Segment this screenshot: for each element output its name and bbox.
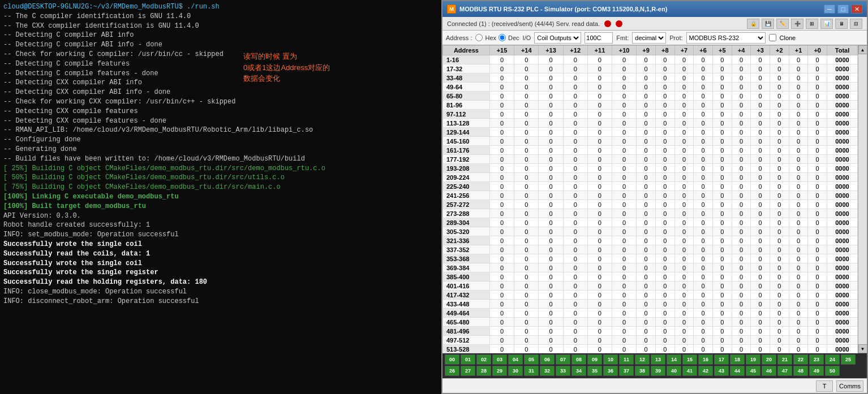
cell-total[interactable]: 0000 xyxy=(827,101,858,110)
register-button[interactable]: 44 xyxy=(730,366,745,376)
cell-value[interactable]: 0 xyxy=(637,318,656,327)
cell-total[interactable]: 0000 xyxy=(827,282,858,291)
cell-value[interactable]: 0 xyxy=(587,137,612,146)
cell-value[interactable]: 0 xyxy=(789,245,808,254)
cell-value[interactable]: 0 xyxy=(563,318,587,327)
register-button[interactable]: 30 xyxy=(508,366,523,376)
cell-value[interactable]: 0 xyxy=(655,101,674,110)
cell-value[interactable]: 0 xyxy=(612,291,637,300)
cell-value[interactable]: 0 xyxy=(808,64,827,73)
cell-value[interactable]: 0 xyxy=(808,128,827,137)
table-row[interactable]: 465-48000000000000000000000 xyxy=(443,318,858,327)
cell-value[interactable]: 0 xyxy=(489,164,514,173)
cell-value[interactable]: 0 xyxy=(612,73,637,83)
cell-total[interactable]: 0000 xyxy=(827,254,858,263)
cell-value[interactable]: 0 xyxy=(587,263,612,272)
cell-value[interactable]: 0 xyxy=(587,92,612,101)
clone-checkbox[interactable] xyxy=(769,34,776,41)
cell-value[interactable]: 0 xyxy=(563,336,587,345)
cell-value[interactable]: 0 xyxy=(770,83,789,92)
cell-value[interactable]: 0 xyxy=(694,345,713,354)
cell-value[interactable]: 0 xyxy=(674,263,694,272)
cell-value[interactable]: 0 xyxy=(751,318,770,327)
cell-value[interactable]: 0 xyxy=(587,300,612,309)
cell-value[interactable]: 0 xyxy=(789,119,808,128)
cell-value[interactable]: 0 xyxy=(489,327,514,336)
cell-value[interactable]: 0 xyxy=(751,182,770,191)
cell-value[interactable]: 0 xyxy=(514,101,539,110)
table-row[interactable]: 49-6400000000000000000000 xyxy=(443,83,858,92)
cell-value[interactable]: 0 xyxy=(655,227,674,236)
cell-value[interactable]: 0 xyxy=(655,263,674,272)
cell-value[interactable]: 0 xyxy=(563,218,587,227)
cell-value[interactable]: 0 xyxy=(539,64,563,73)
cell-value[interactable]: 0 xyxy=(539,300,563,309)
cell-value[interactable]: 0 xyxy=(674,309,694,318)
cell-value[interactable]: 0 xyxy=(674,200,694,209)
cell-value[interactable]: 0 xyxy=(808,227,827,236)
register-button[interactable]: 32 xyxy=(540,366,555,376)
cell-value[interactable]: 0 xyxy=(732,236,751,245)
cell-value[interactable]: 0 xyxy=(712,73,732,83)
cell-total[interactable]: 0000 xyxy=(827,110,858,119)
cell-value[interactable]: 0 xyxy=(655,200,674,209)
cell-value[interactable]: 0 xyxy=(612,227,637,236)
cell-value[interactable]: 0 xyxy=(751,236,770,245)
cell-value[interactable]: 0 xyxy=(770,155,789,164)
register-button[interactable]: 40 xyxy=(667,366,681,376)
cell-value[interactable]: 0 xyxy=(712,155,732,164)
cell-value[interactable]: 0 xyxy=(612,336,637,345)
cell-value[interactable]: 0 xyxy=(489,83,514,92)
cell-value[interactable]: 0 xyxy=(808,83,827,92)
cell-value[interactable]: 0 xyxy=(808,318,827,327)
register-button[interactable]: 06 xyxy=(540,354,555,365)
cell-value[interactable]: 0 xyxy=(563,245,587,254)
cell-value[interactable]: 0 xyxy=(732,92,751,101)
cell-value[interactable]: 0 xyxy=(489,300,514,309)
register-button[interactable]: 09 xyxy=(587,354,602,365)
cell-value[interactable]: 0 xyxy=(655,218,674,227)
cell-value[interactable]: 0 xyxy=(489,182,514,191)
table-row[interactable]: 433-44800000000000000000000 xyxy=(443,300,858,309)
register-button[interactable]: 05 xyxy=(524,354,539,365)
cell-value[interactable]: 0 xyxy=(694,282,713,291)
cell-value[interactable]: 0 xyxy=(674,119,694,128)
cell-value[interactable]: 0 xyxy=(770,309,789,318)
cell-value[interactable]: 0 xyxy=(712,128,732,137)
cell-value[interactable]: 0 xyxy=(514,182,539,191)
cell-value[interactable]: 0 xyxy=(563,327,587,336)
cell-value[interactable]: 0 xyxy=(539,128,563,137)
cell-value[interactable]: 0 xyxy=(563,254,587,263)
cell-value[interactable]: 0 xyxy=(751,164,770,173)
cell-value[interactable]: 0 xyxy=(674,146,694,155)
cell-value[interactable]: 0 xyxy=(694,146,713,155)
register-button[interactable]: 07 xyxy=(556,354,570,365)
cell-value[interactable]: 0 xyxy=(789,254,808,263)
register-button[interactable]: 18 xyxy=(730,354,745,365)
cell-value[interactable]: 0 xyxy=(612,236,637,245)
cell-value[interactable]: 0 xyxy=(789,155,808,164)
cell-value[interactable]: 0 xyxy=(489,173,514,182)
cell-value[interactable]: 0 xyxy=(732,327,751,336)
cell-value[interactable]: 0 xyxy=(514,92,539,101)
table-row[interactable]: 369-38400000000000000000000 xyxy=(443,263,858,272)
register-button[interactable]: 01 xyxy=(461,354,475,365)
cell-value[interactable]: 0 xyxy=(789,64,808,73)
register-button[interactable]: 11 xyxy=(619,354,634,365)
cell-value[interactable]: 0 xyxy=(751,155,770,164)
cell-value[interactable]: 0 xyxy=(674,191,694,200)
cell-value[interactable]: 0 xyxy=(514,64,539,73)
cell-value[interactable]: 0 xyxy=(770,73,789,83)
cell-value[interactable]: 0 xyxy=(514,83,539,92)
cell-value[interactable]: 0 xyxy=(587,182,612,191)
cell-total[interactable]: 0000 xyxy=(827,64,858,73)
cell-value[interactable]: 0 xyxy=(751,128,770,137)
cell-value[interactable]: 0 xyxy=(563,173,587,182)
cell-value[interactable]: 0 xyxy=(770,191,789,200)
cell-value[interactable]: 0 xyxy=(612,345,637,354)
cell-value[interactable]: 0 xyxy=(563,55,587,64)
cell-value[interactable]: 0 xyxy=(751,218,770,227)
cell-value[interactable]: 0 xyxy=(489,236,514,245)
cell-total[interactable]: 0000 xyxy=(827,164,858,173)
cell-value[interactable]: 0 xyxy=(712,227,732,236)
